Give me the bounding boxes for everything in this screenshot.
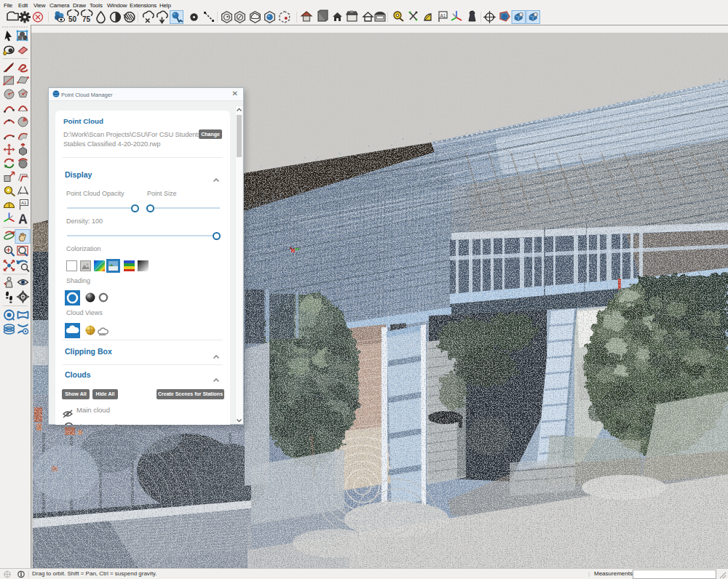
svg-text:75: 75 <box>82 15 91 23</box>
svg-text:A1: A1 <box>21 201 27 205</box>
svg-text:50: 50 <box>68 15 77 23</box>
svg-text:A1: A1 <box>440 13 446 18</box>
